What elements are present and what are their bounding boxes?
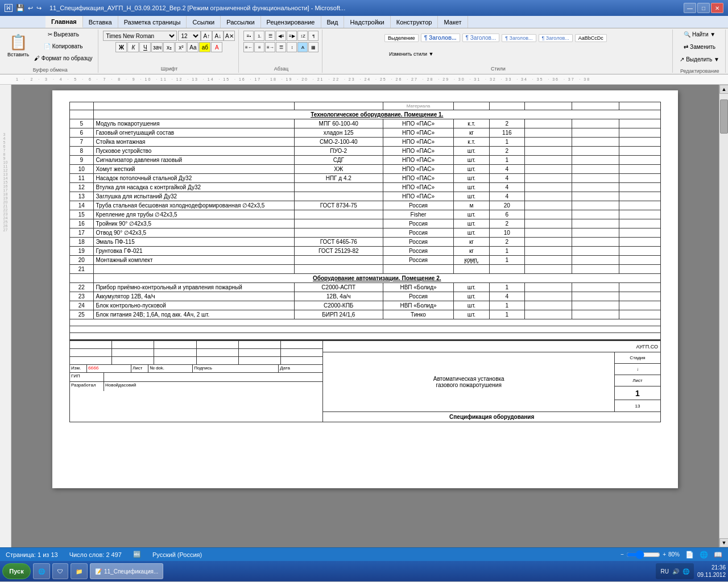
strikethrough-button[interactable]: зач (151, 42, 163, 52)
border-button[interactable]: ▦ (308, 42, 318, 52)
taskbar-ie[interactable]: 🌐 (33, 563, 50, 579)
font-shrink-button[interactable]: A↓ (212, 31, 224, 41)
view-read-button[interactable]: 📖 (714, 551, 722, 559)
row18-name: Эмаль ПФ-115 (93, 238, 294, 247)
minimize-button[interactable]: — (684, 3, 696, 13)
font-color-button[interactable]: А (211, 42, 222, 52)
shading-button[interactable]: A (297, 42, 308, 52)
taskbar-word[interactable]: 📝 11_Спецификация... (90, 563, 163, 579)
show-formatting-button[interactable]: ¶ (308, 31, 318, 41)
stamp-izm-label: Изм. (70, 365, 87, 372)
table-row: 12 Втулка для насадка с контргайкой Ду32… (70, 183, 661, 192)
row15-qty: 6 (489, 210, 524, 219)
ruler: 1 · 2 · 3 · 4 · 5 · 6 · 7 · 8 · 9 · 10 ·… (0, 74, 728, 85)
tab-references[interactable]: Ссылки (187, 16, 221, 28)
bullets-button[interactable]: ≡• (243, 31, 254, 41)
change-styles-button[interactable]: Изменить стили ▼ (387, 51, 436, 62)
font-grow-button[interactable]: A↑ (201, 31, 212, 41)
styles-label: Стили (491, 65, 506, 72)
quick-save[interactable]: 💾 (16, 4, 24, 12)
underline-button[interactable]: Ч (139, 42, 151, 52)
row25-num: 25 (70, 310, 94, 319)
numbering-button[interactable]: 1. (254, 31, 264, 41)
clear-format-button[interactable]: A✕ (224, 31, 235, 41)
view-normal-button[interactable]: 📄 (685, 551, 694, 559)
maximize-button[interactable]: □ (697, 3, 710, 13)
document-area[interactable]: Материала Технологическое оборудование. … (11, 85, 719, 547)
cut-button[interactable]: ✂ Вырезать (32, 31, 94, 42)
row7-num: 7 (70, 138, 94, 147)
taskbar: Пуск 🌐 🛡 📁 📝 11_Спецификация... RU 🔊 🌐 2… (0, 561, 728, 581)
style-heading4[interactable]: ¶ Заголов... (539, 34, 573, 42)
copy-button[interactable]: 📄 Копировать (32, 43, 94, 54)
zoom-slider[interactable] (626, 551, 660, 558)
row15-num: 15 (70, 210, 94, 219)
close-button[interactable]: ✕ (711, 3, 723, 13)
tab-layout2[interactable]: Макет (438, 16, 468, 28)
scroll-thumb[interactable] (720, 99, 728, 134)
highlight-button[interactable]: аб (199, 42, 210, 52)
tab-mailings[interactable]: Рассылки (221, 16, 260, 28)
row14-e1 (525, 201, 572, 210)
replace-button[interactable]: ⇄ Заменить (681, 43, 718, 55)
row7-name: Стойка монтажная (93, 138, 294, 147)
scroll-up-button[interactable]: ▲ (719, 85, 728, 94)
tab-design[interactable]: Конструктор (391, 16, 439, 28)
style-heading3[interactable]: ¶ Заголов... (502, 34, 536, 42)
font-size-select[interactable]: 12 (178, 31, 201, 41)
empty-row-tb1 (70, 319, 661, 326)
align-left-button[interactable]: ≡← (243, 42, 254, 52)
paste-button[interactable]: 📋 Вставить (6, 32, 31, 64)
quick-redo[interactable]: ↪ (36, 5, 42, 12)
paragraph-group: ≡• 1. ☰ ◀≡ ≡▶ ↕Z ¶ ≡← ≡ ≡→ ☰ ↕ A ▦ (240, 30, 322, 73)
select-button[interactable]: ↗ Выделить ▼ (677, 56, 722, 67)
para-btns-row1: ≡• 1. ☰ ◀≡ ≡▶ ↕Z ¶ (243, 31, 318, 41)
tab-home[interactable]: Главная (46, 16, 83, 28)
subscript-button[interactable]: x₂ (163, 42, 175, 52)
superscript-button[interactable]: x² (175, 42, 187, 52)
align-right-button[interactable]: ≡→ (265, 42, 275, 52)
start-button[interactable]: Пуск (2, 563, 31, 579)
view-web-button[interactable]: 🌐 (700, 551, 708, 559)
zoom-in-button[interactable]: + (663, 551, 666, 558)
bold-button[interactable]: Ж (115, 42, 127, 52)
quick-undo[interactable]: ↩ (28, 5, 33, 12)
scroll-down-button[interactable]: ▼ (719, 538, 728, 547)
table-row: 13 Заглушка для испытаний Ду32 НПО «ПАС»… (70, 192, 661, 201)
row21-mark (294, 265, 383, 274)
taskbar-folder[interactable]: 📁 (71, 563, 88, 579)
style-highlight[interactable]: Выделение (384, 34, 419, 42)
sort-button[interactable]: ↕Z (297, 31, 308, 41)
zoom-out-button[interactable]: − (621, 551, 624, 558)
font-name-select[interactable]: Times New Roman (103, 31, 177, 41)
tab-view[interactable]: Вид (321, 16, 345, 28)
tab-insert[interactable]: Вставка (83, 16, 118, 28)
decrease-indent-button[interactable]: ◀≡ (276, 31, 286, 41)
style-heading2[interactable]: ¶ Заголов... (462, 34, 500, 42)
justify-button[interactable]: ☰ (276, 42, 286, 52)
style-heading1[interactable]: ¶ Заголов... (421, 34, 460, 42)
font-case-button[interactable]: Аа (187, 42, 198, 52)
stamp-row-izm: Изм. бббб Лист № dok. Подпись Дата (70, 365, 322, 373)
spec-table: Материала Технологическое оборудование. … (69, 102, 661, 340)
increase-indent-button[interactable]: ≡▶ (287, 31, 297, 41)
tab-layout[interactable]: Разметка страницы (118, 16, 187, 28)
row22-maker: НВП «Болид» (383, 283, 454, 292)
find-button[interactable]: 🔍 Найти ▼ (681, 31, 718, 42)
scroll-track[interactable] (719, 94, 728, 538)
line-spacing-button[interactable]: ↕ (287, 42, 297, 52)
italic-button[interactable]: К (127, 42, 139, 52)
empty-row-tb3 (70, 333, 661, 340)
style-normal[interactable]: AaBbCcDc (575, 34, 607, 42)
align-center-button[interactable]: ≡ (254, 42, 264, 52)
table-row: 6 Газовый огнетушащий состав хладон 125 … (70, 128, 661, 138)
stamp-date-label: Дата (279, 365, 322, 372)
row9-name: Сигнализатор давления газовый (93, 156, 294, 165)
tab-review[interactable]: Рецензирование (261, 16, 321, 28)
multilevel-button[interactable]: ☰ (265, 31, 275, 41)
format-painter-button[interactable]: 🖌 Формат по образцу (32, 55, 94, 66)
zoom-control[interactable]: − + 80% (621, 551, 680, 558)
right-scrollbar[interactable]: ▲ ▼ (719, 85, 728, 547)
tab-addins[interactable]: Надстройки (344, 16, 390, 28)
taskbar-shield[interactable]: 🛡 (52, 563, 68, 579)
